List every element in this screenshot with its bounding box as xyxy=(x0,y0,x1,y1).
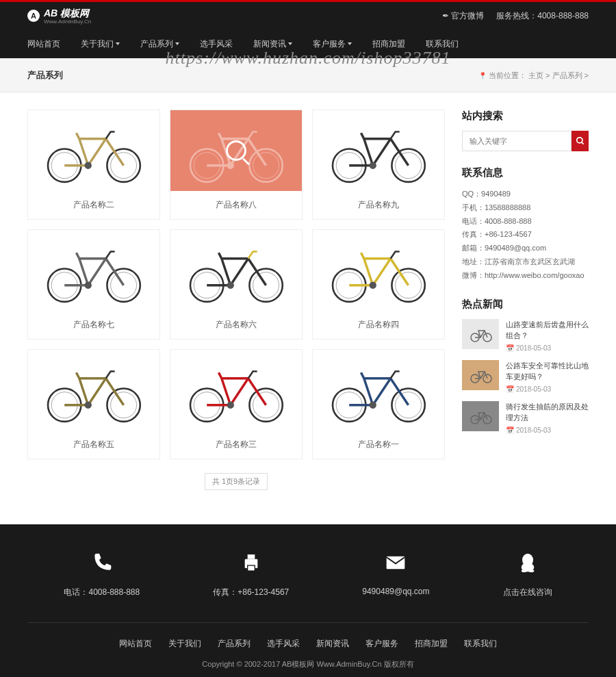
product-card[interactable]: 产品名称三 xyxy=(170,349,303,459)
navbar: 网站首页关于我们产品系列选手风采新闻资讯客户服务招商加盟联系我们 xyxy=(0,29,616,58)
footer-contact-fax[interactable]: 传真：+86-123-4567 xyxy=(213,552,289,598)
footer-nav-link[interactable]: 联系我们 xyxy=(464,639,497,648)
chevron-down-icon xyxy=(116,42,120,45)
svg-point-59 xyxy=(521,570,526,572)
product-name: 产品名称八 xyxy=(170,191,302,219)
chevron-down-icon xyxy=(288,42,292,45)
pagination: 共 1页9条记录 xyxy=(27,473,445,490)
calendar-icon: 📅 xyxy=(506,426,514,434)
footer-contact-phone[interactable]: 电话：4008-888-888 xyxy=(64,552,140,598)
contact-line: QQ：9490489 xyxy=(462,188,589,201)
footer-nav-link[interactable]: 关于我们 xyxy=(168,639,201,648)
news-date: 📅 2018-05-03 xyxy=(506,344,589,352)
nav-item-6[interactable]: 招商加盟 xyxy=(372,38,405,50)
product-image xyxy=(170,230,302,311)
product-name: 产品名称一 xyxy=(313,431,444,459)
copyright: Copyright © 2002-2017 AB模板网 Www.AdminBuy… xyxy=(27,659,589,669)
footer-nav-link[interactable]: 招商加盟 xyxy=(415,639,448,648)
footer-contact-qq[interactable]: 点击在线咨询 xyxy=(503,552,552,598)
product-image xyxy=(170,350,302,431)
svg-point-29 xyxy=(369,281,376,288)
footer-nav-link[interactable]: 客户服务 xyxy=(365,639,398,648)
chevron-down-icon xyxy=(348,42,352,45)
footer-nav-link[interactable]: 选手风采 xyxy=(267,639,300,648)
search-button[interactable] xyxy=(572,131,589,151)
pin-icon: 📍 xyxy=(478,72,487,79)
nav-item-2[interactable]: 产品系列 xyxy=(140,38,179,50)
product-name: 产品名称九 xyxy=(313,191,444,219)
svg-rect-55 xyxy=(247,565,255,571)
svg-point-60 xyxy=(528,570,534,572)
svg-point-19 xyxy=(84,281,91,288)
page-title: 产品系列 xyxy=(27,69,63,81)
product-card[interactable]: 产品名称一 xyxy=(312,349,445,459)
zoom-icon xyxy=(226,140,246,161)
breadcrumb-home[interactable]: 主页 xyxy=(528,71,543,79)
news-title: 骑行发生抽筋的原因及处理方法 xyxy=(506,401,589,424)
footer-contact-mail[interactable]: 9490489@qq.com xyxy=(362,552,429,598)
product-card[interactable]: 产品名称五 xyxy=(27,349,160,459)
svg-point-39 xyxy=(227,401,233,408)
product-name: 产品名称七 xyxy=(28,311,159,339)
footer-contact-text: 9490489@qq.com xyxy=(362,587,429,596)
news-thumb xyxy=(462,319,499,349)
svg-point-45 xyxy=(576,138,582,143)
breadcrumb-current[interactable]: 产品系列 xyxy=(552,71,582,79)
breadcrumb: 📍 当前位置： 主页 > 产品系列 > xyxy=(478,71,589,81)
product-image xyxy=(170,110,302,191)
svg-point-44 xyxy=(369,401,376,408)
footer-nav-link[interactable]: 网站首页 xyxy=(119,639,152,648)
footer-nav: 网站首页关于我们产品系列选手风采新闻资讯客户服务招商加盟联系我们 xyxy=(27,623,589,659)
svg-line-46 xyxy=(581,142,583,144)
news-item[interactable]: 山路变速前后齿盘用什么组合？📅 2018-05-03 xyxy=(462,319,589,352)
calendar-icon: 📅 xyxy=(506,385,514,393)
contact-line: 邮箱：9490489@qq.com xyxy=(462,242,589,255)
product-image xyxy=(28,350,159,431)
nav-item-4[interactable]: 新闻资讯 xyxy=(253,38,292,50)
news-thumb xyxy=(462,360,499,390)
product-name: 产品名称四 xyxy=(313,311,444,339)
search-icon xyxy=(576,136,585,146)
product-card[interactable]: 产品名称八 xyxy=(170,110,303,220)
product-card[interactable]: 产品名称七 xyxy=(27,229,160,340)
logo-icon: A xyxy=(27,10,40,22)
product-image xyxy=(28,110,159,191)
svg-point-34 xyxy=(84,401,91,408)
nav-item-5[interactable]: 客户服务 xyxy=(313,38,352,50)
qq-icon xyxy=(503,552,552,578)
svg-point-24 xyxy=(227,281,233,288)
news-title: 山路变速前后齿盘用什么组合？ xyxy=(506,319,589,342)
fax-icon xyxy=(213,552,289,578)
svg-rect-56 xyxy=(387,557,405,570)
footer-contact-text: 传真：+86-123-4567 xyxy=(213,587,289,598)
news-title: 热点新闻 xyxy=(462,298,589,311)
logo-subtitle: Www.AdminBuy.Cn xyxy=(44,18,91,25)
contact-line: 电话：4008-888-888 xyxy=(462,215,589,229)
product-image xyxy=(313,110,444,191)
news-item[interactable]: 公路车安全可靠性比山地车更好吗？📅 2018-05-03 xyxy=(462,360,589,393)
contact-line: 微博：http://www.weibo.com/gooxao xyxy=(462,269,589,283)
topbar: A AB 模板网 Www.AdminBuy.Cn ✒ 官方微博 服务热线：400… xyxy=(0,0,616,29)
nav-item-0[interactable]: 网站首页 xyxy=(27,38,60,50)
product-card[interactable]: 产品名称二 xyxy=(27,110,160,220)
svg-point-9 xyxy=(227,162,233,168)
calendar-icon: 📅 xyxy=(506,344,514,352)
footer-nav-link[interactable]: 新闻资讯 xyxy=(316,639,349,648)
product-card[interactable]: 产品名称九 xyxy=(312,110,445,220)
product-card[interactable]: 产品名称六 xyxy=(170,229,303,340)
search-input[interactable] xyxy=(462,131,572,151)
weibo-link[interactable]: ✒ 官方微博 xyxy=(442,10,484,22)
nav-item-3[interactable]: 选手风采 xyxy=(200,38,233,50)
svg-point-4 xyxy=(84,162,91,168)
phone-icon xyxy=(64,552,140,578)
news-item[interactable]: 骑行发生抽筋的原因及处理方法📅 2018-05-03 xyxy=(462,401,589,434)
logo[interactable]: A AB 模板网 Www.AdminBuy.Cn xyxy=(27,8,91,25)
logo-text: AB 模板网 xyxy=(44,8,91,20)
mail-icon xyxy=(362,552,429,578)
footer: 电话：4008-888-888传真：+86-123-45679490489@qq… xyxy=(0,524,616,677)
product-card[interactable]: 产品名称四 xyxy=(312,229,445,340)
footer-contact-text: 电话：4008-888-888 xyxy=(64,587,140,598)
footer-nav-link[interactable]: 产品系列 xyxy=(218,639,251,648)
nav-item-1[interactable]: 关于我们 xyxy=(81,38,120,50)
nav-item-7[interactable]: 联系我们 xyxy=(426,38,459,50)
